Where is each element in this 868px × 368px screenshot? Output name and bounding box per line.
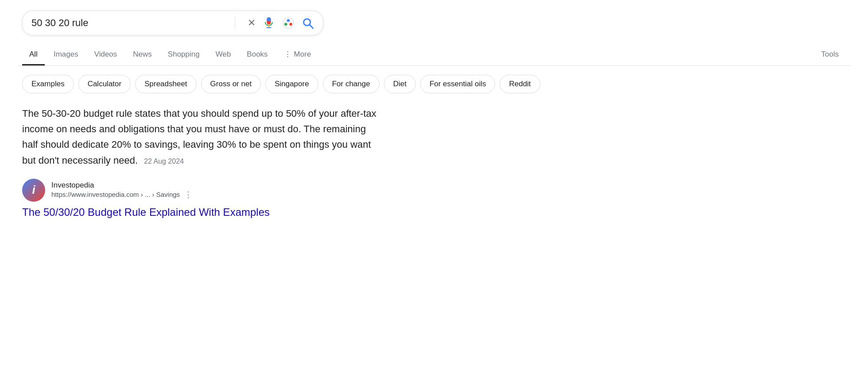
tab-web[interactable]: Web (209, 45, 238, 65)
source-logo-letter: i (32, 183, 35, 197)
snippet-date: 22 Aug 2024 (144, 157, 184, 165)
pill-for-change[interactable]: For change (323, 75, 380, 93)
pill-calculator[interactable]: Calculator (78, 75, 131, 93)
pill-gross-or-net[interactable]: Gross or net (201, 75, 261, 93)
tab-all[interactable]: All (22, 45, 45, 65)
svg-point-1 (287, 19, 290, 22)
search-bar-container: 50 30 20 rule ✕ (18, 11, 850, 35)
suggestion-pills: Examples Calculator Spreadsheet Gross or… (18, 75, 850, 93)
pill-singapore[interactable]: Singapore (265, 75, 318, 93)
svg-point-4 (287, 22, 290, 24)
main-content: The 50-30-20 budget rule states that you… (18, 106, 381, 218)
search-button-icon[interactable] (302, 17, 314, 29)
search-icon-group: ✕ (248, 17, 314, 29)
result-title[interactable]: The 50/30/20 Budget Rule Explained With … (22, 206, 376, 218)
tab-books[interactable]: Books (240, 45, 275, 65)
tab-more[interactable]: ⋮ More (277, 44, 318, 65)
search-query: 50 30 20 rule (31, 17, 229, 29)
snippet-text: The 50-30-20 budget rule states that you… (22, 108, 376, 166)
source-info: Investopedia https://www.investopedia.co… (51, 181, 192, 199)
source-name: Investopedia (51, 181, 192, 190)
clear-icon[interactable]: ✕ (248, 17, 256, 29)
svg-point-2 (289, 23, 292, 26)
source-url: https://www.investopedia.com › ... › Sav… (51, 191, 180, 198)
pill-diet[interactable]: Diet (384, 75, 416, 93)
pill-reddit[interactable]: Reddit (500, 75, 540, 93)
source-url-row: https://www.investopedia.com › ... › Sav… (51, 190, 192, 199)
lens-icon[interactable] (282, 17, 294, 29)
pill-examples[interactable]: Examples (22, 75, 74, 93)
pill-for-essential-oils[interactable]: For essential oils (420, 75, 496, 93)
tab-news[interactable]: News (126, 45, 159, 65)
tab-tools[interactable]: Tools (814, 45, 846, 65)
source-logo: i (22, 179, 45, 202)
search-divider (235, 17, 235, 29)
search-bar[interactable]: 50 30 20 rule ✕ (22, 11, 323, 35)
svg-line-6 (310, 25, 313, 28)
mic-icon[interactable] (263, 17, 275, 29)
tab-images[interactable]: Images (46, 45, 85, 65)
featured-snippet: The 50-30-20 budget rule states that you… (22, 106, 376, 168)
pill-spreadsheet[interactable]: Spreadsheet (135, 75, 196, 93)
tab-videos[interactable]: Videos (87, 45, 124, 65)
tab-shopping[interactable]: Shopping (161, 45, 207, 65)
nav-tabs: All Images Videos News Shopping Web Book… (18, 44, 850, 66)
source-row: i Investopedia https://www.investopedia.… (22, 179, 376, 202)
source-menu-icon[interactable]: ⋮ (184, 190, 192, 199)
svg-point-3 (284, 23, 287, 26)
